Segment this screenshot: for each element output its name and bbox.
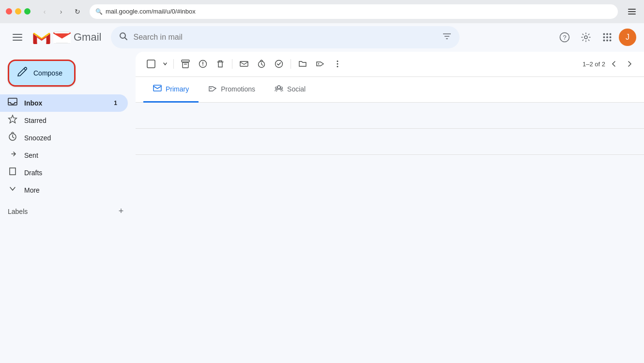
svg-rect-3 — [13, 34, 22, 35]
maximize-dot[interactable] — [24, 8, 31, 15]
starred-icon — [8, 114, 17, 126]
email-list — [136, 103, 644, 363]
svg-rect-32 — [183, 62, 188, 68]
svg-point-46 — [277, 86, 280, 89]
social-tab-icon — [275, 84, 283, 94]
settings-button[interactable] — [576, 28, 596, 47]
svg-rect-1 — [628, 11, 636, 12]
svg-rect-4 — [13, 37, 22, 38]
address-text: mail.google.com/mail/u/0/#inbox — [106, 8, 196, 15]
more-chevron-icon — [8, 184, 17, 196]
svg-rect-31 — [182, 60, 189, 62]
pagination-text: 1–2 of 2 — [583, 60, 605, 68]
svg-point-43 — [337, 66, 338, 67]
move-to-button[interactable] — [295, 56, 310, 72]
reload-button[interactable]: ↻ — [71, 5, 84, 18]
more-label: More — [24, 186, 120, 194]
svg-point-23 — [610, 36, 612, 38]
header-actions: ? — [555, 28, 636, 47]
inbox-icon — [8, 97, 17, 109]
add-label-button[interactable]: + — [114, 205, 128, 218]
hamburger-menu-button[interactable] — [8, 28, 27, 47]
email-tabs: Primary Promotions — [136, 77, 644, 103]
svg-point-42 — [337, 63, 338, 65]
app-header: Gmail ? — [0, 23, 644, 52]
svg-point-39 — [276, 60, 283, 68]
svg-rect-44 — [153, 85, 161, 91]
tab-promotions[interactable]: Promotions — [199, 77, 265, 103]
label-as-button[interactable] — [312, 56, 328, 72]
pagination: 1–2 of 2 — [583, 57, 636, 71]
archive-button[interactable] — [178, 56, 193, 72]
inbox-badge: 1 — [111, 99, 120, 107]
mark-done-button[interactable] — [271, 56, 287, 72]
sent-icon — [8, 149, 17, 161]
email-row[interactable] — [136, 129, 644, 155]
tab-primary-label: Primary — [166, 85, 189, 93]
forward-button[interactable]: › — [55, 5, 67, 18]
gmail-text: Gmail — [74, 31, 101, 44]
prev-page-button[interactable] — [607, 57, 621, 71]
svg-point-48 — [281, 87, 283, 89]
svg-point-26 — [610, 40, 612, 42]
svg-rect-0 — [628, 9, 636, 10]
svg-point-17 — [584, 36, 587, 39]
sidebar-item-more[interactable]: More — [0, 182, 128, 199]
toolbar-separator-3 — [291, 59, 291, 69]
drafts-icon — [8, 166, 17, 179]
account-avatar-button[interactable]: J — [619, 29, 636, 46]
svg-point-19 — [606, 33, 608, 35]
svg-point-47 — [276, 87, 277, 89]
close-dot[interactable] — [6, 8, 12, 15]
select-dropdown-button[interactable] — [161, 56, 169, 72]
sidebar-item-snoozed[interactable]: Snoozed — [0, 129, 128, 147]
snooze-button[interactable] — [254, 56, 269, 72]
svg-line-27 — [24, 69, 26, 70]
sidebar-item-drafts[interactable]: Drafts — [0, 164, 128, 182]
tab-social[interactable]: Social — [265, 77, 315, 103]
tab-promotions-label: Promotions — [221, 85, 255, 93]
inbox-label: Inbox — [24, 99, 104, 107]
starred-label: Starred — [24, 117, 120, 124]
tab-social-label: Social — [287, 85, 306, 93]
compose-pencil-icon — [17, 66, 28, 79]
search-input[interactable] — [133, 33, 437, 42]
tab-primary[interactable]: Primary — [143, 77, 199, 103]
labels-section-header: Labels + — [0, 199, 136, 220]
svg-text:?: ? — [563, 34, 566, 41]
sidebar-item-starred[interactable]: Starred — [0, 112, 128, 129]
mark-read-button[interactable] — [236, 56, 252, 72]
svg-point-45 — [211, 88, 212, 89]
address-search-icon: 🔍 — [95, 8, 103, 15]
svg-point-18 — [603, 33, 605, 35]
sidebar-item-inbox[interactable]: Inbox 1 — [0, 94, 128, 112]
help-button[interactable]: ? — [555, 28, 574, 47]
report-spam-button[interactable] — [195, 56, 211, 72]
minimize-dot[interactable] — [15, 8, 21, 15]
svg-line-11 — [125, 37, 127, 40]
svg-point-25 — [606, 40, 608, 42]
svg-point-41 — [337, 60, 338, 62]
back-button[interactable]: ‹ — [38, 5, 51, 18]
snoozed-icon — [8, 132, 17, 144]
search-bar[interactable] — [111, 26, 460, 48]
gmail-logo: Gmail — [33, 31, 101, 44]
sidebar-item-sent[interactable]: Sent — [0, 147, 128, 164]
labels-title: Labels — [8, 208, 28, 215]
sidebar: Compose Inbox 1 Star — [0, 52, 136, 363]
delete-button[interactable] — [213, 56, 228, 72]
app-container: Compose Inbox 1 Star — [0, 52, 644, 363]
svg-point-21 — [603, 36, 605, 38]
email-row[interactable] — [136, 103, 644, 129]
browser-menu-button[interactable] — [626, 5, 638, 18]
compose-button[interactable]: Compose — [8, 60, 76, 87]
toolbar: 1–2 of 2 — [136, 52, 644, 77]
apps-button[interactable] — [598, 28, 617, 47]
select-checkbox[interactable] — [143, 56, 159, 72]
gmail-m-icon — [33, 31, 50, 44]
gmail-logo-icon — [53, 31, 71, 44]
filter-icon[interactable] — [442, 31, 452, 44]
next-page-button[interactable] — [623, 57, 636, 71]
more-options-button[interactable] — [330, 56, 345, 72]
svg-point-22 — [606, 36, 608, 38]
